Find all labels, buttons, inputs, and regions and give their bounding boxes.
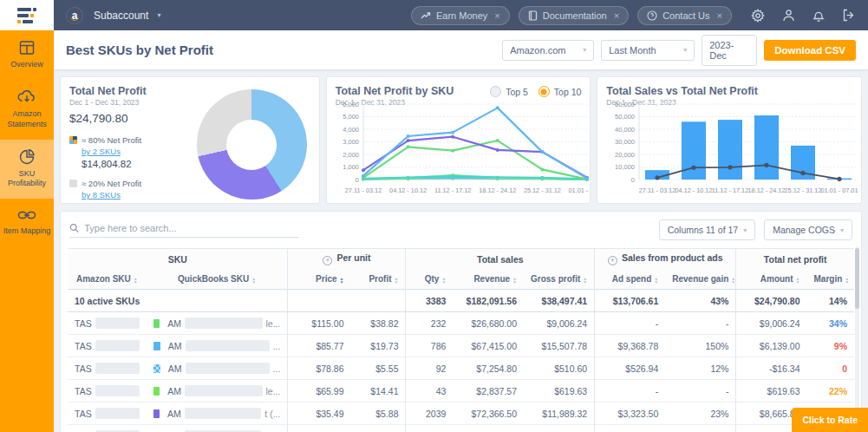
redacted-text bbox=[95, 340, 140, 351]
circle-plus-icon[interactable]: + bbox=[323, 256, 332, 265]
svg-text:6,000: 6,000 bbox=[343, 101, 359, 108]
column-header-profit[interactable]: Profit▲▼ bbox=[351, 270, 406, 290]
amazon-logo-icon: a bbox=[66, 7, 83, 24]
summary-row: 10 active SKUs3383$182,091.56$38,497.41$… bbox=[68, 290, 854, 312]
sort-icon: ▲▼ bbox=[251, 277, 256, 284]
cell-amazon-sku: TAS bbox=[68, 403, 147, 425]
radio-top-5[interactable]: Top 5 bbox=[490, 86, 528, 97]
cell-amazon-sku: TAS bbox=[68, 335, 147, 357]
table-toolbar: Columns 11 of 17▾ Manage COGS▾ bbox=[61, 212, 861, 246]
redacted-text bbox=[186, 340, 270, 351]
column-header-ad-spend[interactable]: Ad spend▲▼ bbox=[595, 270, 666, 290]
svg-text:0: 0 bbox=[356, 176, 359, 184]
column-header-qty[interactable]: Qty▲▼ bbox=[406, 270, 453, 290]
sort-icon: ▲▼ bbox=[395, 277, 399, 284]
sidebar-item-amazon-statements[interactable]: Amazon Statements bbox=[0, 80, 54, 140]
contact-us-chip[interactable]: Contact Us × bbox=[637, 6, 732, 25]
table-row[interactable]: TASAMle...$115.00$38.82232$26,680.00$9,0… bbox=[68, 312, 854, 335]
svg-text:27.11 - 03.12: 27.11 - 03.12 bbox=[345, 187, 382, 194]
marketplace-select[interactable]: Amazon.com▾ bbox=[502, 40, 594, 61]
close-icon[interactable]: × bbox=[494, 10, 499, 21]
page-title: Best SKUs by Net Profit bbox=[66, 43, 495, 57]
column-header-revenue-gain[interactable]: Revenue gain▲▼ bbox=[665, 270, 736, 290]
main-content: Best SKUs by Net Profit Amazon.com▾ Last… bbox=[54, 30, 868, 432]
radio-icon bbox=[490, 86, 501, 97]
svg-text:18.12 - 24.12: 18.12 - 24.12 bbox=[479, 187, 516, 194]
card-title: Total Sales vs Total Net Profit bbox=[606, 85, 852, 97]
svg-text:04.12 - 10.12: 04.12 - 10.12 bbox=[389, 187, 427, 194]
redacted-text bbox=[186, 363, 270, 374]
donut-hole bbox=[226, 120, 277, 170]
svg-text:10,000: 10,000 bbox=[615, 163, 635, 171]
sku-color-swatch-icon bbox=[153, 342, 160, 350]
column-group-header: SKU bbox=[68, 249, 288, 270]
chevron-down-icon[interactable]: ▾ bbox=[157, 11, 160, 19]
column-header-quickbooks-sku[interactable]: QuickBooks SKU▲▼ bbox=[147, 270, 288, 290]
cell-amazon-sku: TAS bbox=[68, 380, 147, 403]
table-row[interactable]: TASAM...$78.86$5.5592$7,254.80$510.60$52… bbox=[68, 357, 854, 380]
click-to-rate-button[interactable]: Click to Rate bbox=[792, 408, 868, 432]
sort-icon: ▲▼ bbox=[845, 277, 849, 284]
sidebar-item-overview[interactable]: Overview bbox=[0, 30, 54, 80]
cell-quickbooks-sku: AMt (... bbox=[147, 403, 288, 425]
search-input[interactable] bbox=[84, 223, 299, 233]
cell-margin: 0 bbox=[807, 357, 854, 380]
table-row[interactable]: TASAMt (...$30.51$4.63169$5,156.85$782.4… bbox=[68, 425, 854, 432]
redacted-text bbox=[95, 363, 140, 374]
profile-user-icon[interactable] bbox=[782, 9, 795, 23]
app-window: a Subaccount ▾ Earn Money × Documentatio… bbox=[0, 0, 868, 432]
svg-text:11.12 - 17.12: 11.12 - 17.12 bbox=[712, 187, 748, 194]
column-header-amount[interactable]: Amount▲▼ bbox=[736, 270, 807, 290]
column-header-price[interactable]: Price▲▼ bbox=[288, 270, 351, 290]
column-header-margin[interactable]: Margin▲▼ bbox=[807, 270, 854, 290]
by-2-skus-link[interactable]: by 2 SKUs bbox=[82, 147, 121, 156]
trend-up-icon bbox=[421, 11, 431, 20]
net-profit-donut-chart bbox=[197, 89, 307, 200]
manage-cogs-dropdown[interactable]: Manage COGS▾ bbox=[764, 219, 852, 240]
sku-table-card: Columns 11 of 17▾ Manage COGS▾ SKU+Per u… bbox=[60, 211, 862, 432]
logout-icon[interactable] bbox=[842, 9, 856, 22]
legend-swatch-icon bbox=[69, 136, 77, 144]
subaccount-dropdown[interactable]: Subaccount bbox=[94, 10, 148, 22]
sku-table: SKU+Per unitTotal sales+Sales from produ… bbox=[68, 248, 854, 432]
cloud-download-icon bbox=[17, 88, 36, 106]
close-icon[interactable]: × bbox=[614, 10, 619, 21]
sort-icon: ▲▼ bbox=[654, 277, 658, 284]
download-csv-button[interactable]: Download CSV bbox=[764, 40, 856, 61]
documentation-chip[interactable]: Documentation × bbox=[519, 6, 629, 25]
svg-text:1,000: 1,000 bbox=[343, 163, 359, 171]
redacted-text bbox=[185, 385, 263, 396]
svg-text:3,000: 3,000 bbox=[343, 138, 359, 146]
svg-text:11.12 - 17.12: 11.12 - 17.12 bbox=[434, 187, 471, 194]
total-net-profit-card: Total Net Profit Dec 1 - Dec 31, 2023 $2… bbox=[60, 76, 320, 204]
pie-chart-icon bbox=[18, 148, 36, 166]
column-header-gross-profit[interactable]: Gross profit▲▼ bbox=[524, 270, 595, 290]
earn-money-chip[interactable]: Earn Money × bbox=[411, 6, 510, 25]
column-header-revenue[interactable]: Revenue▲▼ bbox=[453, 270, 524, 290]
sidebar-item-item-mapping[interactable]: Item Mapping bbox=[0, 199, 54, 246]
column-group-header: +Per unit bbox=[288, 249, 406, 270]
columns-dropdown[interactable]: Columns 11 of 17▾ bbox=[659, 219, 756, 240]
svg-text:60,000: 60,000 bbox=[615, 101, 635, 108]
period-select[interactable]: Last Month▾ bbox=[601, 40, 695, 61]
radio-top-10[interactable]: Top 10 bbox=[538, 86, 582, 97]
notifications-bell-icon[interactable] bbox=[813, 9, 825, 23]
svg-text:40,000: 40,000 bbox=[615, 126, 635, 134]
table-scrollbar-thumb[interactable] bbox=[855, 248, 859, 309]
table-row[interactable]: TASAMt (...$35.49$5.882039$72,366.50$11,… bbox=[68, 403, 854, 425]
circle-plus-icon[interactable]: + bbox=[608, 256, 617, 265]
close-icon[interactable]: × bbox=[717, 10, 722, 21]
sort-icon: ▲▼ bbox=[134, 277, 138, 284]
settings-gear-icon[interactable] bbox=[751, 9, 765, 23]
month-field[interactable]: 2023-Dec bbox=[702, 35, 757, 66]
sidebar-item-sku-profitability[interactable]: SKU Profitability bbox=[0, 140, 54, 200]
column-header-amazon-sku[interactable]: Amazon SKU▲▼ bbox=[68, 270, 147, 290]
sort-icon: ▲▼ bbox=[796, 277, 800, 284]
app-logo[interactable] bbox=[0, 0, 54, 30]
legend-swatch-icon bbox=[69, 180, 77, 187]
by-8-skus-link[interactable]: by 8 SKUs bbox=[82, 190, 121, 200]
table-row[interactable]: TASAM...$85.77$19.73786$67,415.00$15,507… bbox=[68, 335, 854, 357]
table-row[interactable]: TASAMle...$65.99$14.4143$2,837.57$619.63… bbox=[68, 380, 854, 403]
table-search[interactable] bbox=[69, 223, 299, 238]
cell-quickbooks-sku: AM... bbox=[147, 335, 288, 357]
